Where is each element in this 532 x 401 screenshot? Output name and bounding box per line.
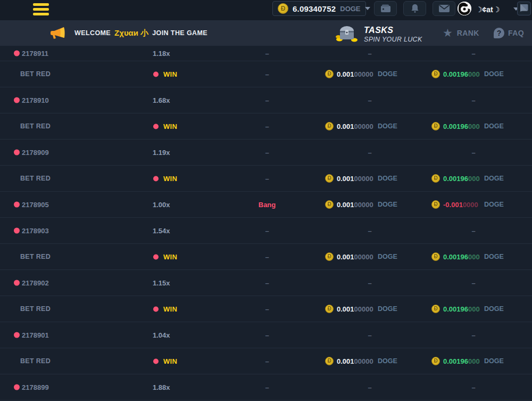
table-row: BET RED WIN – Ð0.00100000DOGE Ð0.0019600… xyxy=(0,348,532,374)
game-status-dot xyxy=(14,202,20,208)
game-multiplier: 1.00x xyxy=(153,201,170,209)
tasks-subtitle: SPIN YOUR LUCK xyxy=(364,36,422,43)
doge-coin-icon: Ð xyxy=(431,305,440,313)
game-id[interactable]: 2178899 xyxy=(22,383,49,391)
menu-icon[interactable] xyxy=(33,3,49,15)
currency-label: DOGE xyxy=(378,122,397,130)
announcement-bar: WELCOME Ζχυαи 小 JOIN THE GAME TASKS SPIN… xyxy=(0,20,532,46)
currency-label: DOGE xyxy=(484,201,504,208)
wallet-button[interactable] xyxy=(374,1,397,16)
red-dot-icon xyxy=(153,306,159,312)
doge-coin-icon: Ð xyxy=(431,122,440,130)
balance-value: 6.09340752 xyxy=(293,4,336,13)
game-id[interactable]: 2178903 xyxy=(22,227,49,235)
bet-type-label: BET RED xyxy=(20,305,51,313)
faq-label: FAQ xyxy=(508,29,524,37)
game-multiplier: 1.19x xyxy=(153,149,170,157)
bang-status: Bang xyxy=(259,201,276,209)
currency-label: DOGE xyxy=(378,70,397,78)
empty-value: – xyxy=(471,149,475,157)
win-status: WIN xyxy=(163,122,177,130)
profit-amount: Ð0.00196000DOGE xyxy=(431,70,504,78)
empty-value: – xyxy=(368,50,371,58)
table-row: BET RED WIN – Ð0.00100000DOGE Ð0.0019600… xyxy=(0,166,532,192)
game-id[interactable]: 2178902 xyxy=(22,279,49,287)
empty-value: – xyxy=(265,305,269,313)
currency-label: DOGE xyxy=(378,305,397,313)
doge-coin-icon: Ð xyxy=(325,174,334,183)
red-dot-icon xyxy=(153,254,159,259)
bet-result: WIN xyxy=(153,253,177,261)
game-status-dot xyxy=(14,228,20,234)
game-id[interactable]: 2178909 xyxy=(22,149,49,157)
bet-amount: Ð0.00100000DOGE xyxy=(325,252,397,261)
question-icon: ? xyxy=(494,28,504,38)
profit-amount: Ð0.00196000DOGE xyxy=(431,252,504,261)
doge-coin-icon: Ð xyxy=(325,122,334,130)
table-row: 2178911 1.18x – – – xyxy=(0,46,532,61)
game-id[interactable]: 2178910 xyxy=(22,96,49,104)
mail-icon xyxy=(439,5,450,12)
empty-value: – xyxy=(265,122,269,130)
game-id[interactable]: 2178901 xyxy=(22,331,49,339)
rank-link[interactable]: ★ RANK xyxy=(443,20,479,46)
bet-result: WIN xyxy=(153,357,177,365)
empty-value: – xyxy=(265,357,269,365)
username[interactable]: ☽¢at☽ xyxy=(476,5,500,14)
game-id[interactable]: 2178905 xyxy=(22,201,49,209)
currency-label: DOGE xyxy=(484,70,504,78)
rank-label: RANK xyxy=(457,29,479,37)
doge-coin-icon: Ð xyxy=(431,70,440,78)
empty-value: – xyxy=(368,383,371,391)
user-avatar[interactable] xyxy=(458,2,471,15)
table-row: 2178903 1.54x – – – xyxy=(0,218,532,244)
bet-type-label: BET RED xyxy=(20,70,51,78)
table-row: BET RED WIN – Ð0.00100000DOGE Ð0.0019600… xyxy=(0,296,532,322)
bet-type-label: BET RED xyxy=(20,122,51,130)
empty-value: – xyxy=(265,50,269,58)
empty-value: – xyxy=(265,383,269,391)
profit-amount: Ð0.00196000DOGE xyxy=(431,174,504,183)
empty-value: – xyxy=(471,331,475,339)
win-status: WIN xyxy=(163,175,177,183)
empty-value: – xyxy=(368,331,371,339)
bet-result: WIN xyxy=(153,122,177,130)
doge-coin-icon: Ð xyxy=(431,252,440,261)
game-status-dot xyxy=(14,97,20,103)
empty-value: – xyxy=(265,70,269,78)
notifications-button[interactable] xyxy=(403,1,426,16)
empty-value: – xyxy=(368,279,371,287)
bet-amount: Ð0.00100000DOGE xyxy=(325,70,397,78)
table-row: 2178902 1.15x – – – xyxy=(0,270,532,296)
table-row: 2178901 1.04x – – – xyxy=(0,322,532,348)
faq-link[interactable]: ? FAQ xyxy=(494,20,524,46)
balance-selector[interactable]: Ð 6.09340752 DOGE xyxy=(272,1,366,16)
empty-value: – xyxy=(265,227,269,235)
bet-amount: Ð0.00100000DOGE xyxy=(325,305,397,313)
chat-button[interactable] xyxy=(517,2,531,15)
doge-coin-icon: Ð xyxy=(278,3,288,14)
game-multiplier: 1.68x xyxy=(153,96,170,104)
game-multiplier: 1.15x xyxy=(153,279,170,287)
doge-coin-icon: Ð xyxy=(325,357,334,365)
game-id[interactable]: 2178911 xyxy=(22,50,48,58)
game-multiplier: 1.88x xyxy=(153,383,170,391)
chat-icon xyxy=(520,3,528,14)
empty-value: – xyxy=(471,96,475,104)
welcome-player-name[interactable]: Ζχυαи 小 xyxy=(114,28,148,38)
messages-button[interactable] xyxy=(433,1,455,16)
doge-coin-icon: Ð xyxy=(431,174,440,183)
bet-result: WIN xyxy=(153,175,177,183)
empty-value: – xyxy=(471,383,475,391)
win-status: WIN xyxy=(163,357,177,365)
table-row: 2178905 1.00x Bang Ð0.00100000DOGE Ð-0.0… xyxy=(0,192,532,218)
game-status-dot xyxy=(14,280,20,286)
empty-value: – xyxy=(265,175,269,183)
tasks-link[interactable]: TASKS SPIN YOUR LUCK xyxy=(335,23,422,45)
bet-amount: Ð0.00100000DOGE xyxy=(325,174,397,183)
bet-type-label: BET RED xyxy=(20,175,51,182)
doge-coin-icon: Ð xyxy=(325,200,334,209)
bet-amount: Ð0.00100000DOGE xyxy=(325,357,397,365)
bet-result: WIN xyxy=(153,305,177,313)
game-multiplier: 1.04x xyxy=(153,331,170,339)
